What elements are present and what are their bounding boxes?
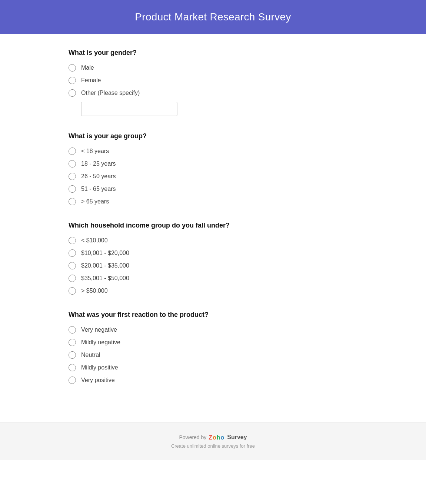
option-income-over50k: > $50,000 bbox=[69, 287, 357, 295]
survey-body: What is your gender? Male Female Other (… bbox=[46, 34, 380, 422]
footer-tagline: Create unlimited online surveys for free bbox=[7, 443, 419, 449]
radio-income-over50k[interactable] bbox=[69, 287, 76, 295]
radio-female[interactable] bbox=[69, 77, 76, 84]
option-age-51-65: 51 - 65 years bbox=[69, 185, 357, 193]
label-very-positive[interactable]: Very positive bbox=[81, 377, 115, 384]
label-income-10-20k[interactable]: $10,001 - $20,000 bbox=[81, 250, 129, 256]
radio-male[interactable] bbox=[69, 64, 76, 72]
option-male: Male bbox=[69, 64, 357, 72]
radio-income-35-50k[interactable] bbox=[69, 275, 76, 282]
label-neutral[interactable]: Neutral bbox=[81, 352, 100, 358]
footer-powered-by: Powered by Zoho Survey bbox=[7, 434, 419, 441]
radio-income-10-20k[interactable] bbox=[69, 249, 76, 257]
radio-age-51-65[interactable] bbox=[69, 185, 76, 193]
label-female[interactable]: Female bbox=[81, 77, 101, 84]
label-very-negative[interactable]: Very negative bbox=[81, 326, 117, 333]
radio-other[interactable] bbox=[69, 89, 76, 97]
question-income: Which household income group do you fall… bbox=[69, 222, 357, 295]
option-age-under18: < 18 years bbox=[69, 147, 357, 155]
radio-age-under18[interactable] bbox=[69, 147, 76, 155]
radio-income-under10k[interactable] bbox=[69, 237, 76, 244]
survey-title: Product Market Research Survey bbox=[7, 11, 419, 23]
question-income-title: Which household income group do you fall… bbox=[69, 222, 357, 229]
radio-mildly-negative[interactable] bbox=[69, 339, 76, 346]
option-income-10-20k: $10,001 - $20,000 bbox=[69, 249, 357, 257]
label-age-26-50[interactable]: 26 - 50 years bbox=[81, 173, 116, 180]
option-income-under10k: < $10,000 bbox=[69, 237, 357, 244]
label-age-51-65[interactable]: 51 - 65 years bbox=[81, 186, 116, 192]
label-income-35-50k[interactable]: $35,001 - $50,000 bbox=[81, 275, 129, 282]
zoho-o1: o bbox=[213, 434, 216, 441]
option-income-35-50k: $35,001 - $50,000 bbox=[69, 275, 357, 282]
option-age-over65: > 65 years bbox=[69, 198, 357, 205]
radio-very-positive[interactable] bbox=[69, 377, 76, 384]
radio-neutral[interactable] bbox=[69, 351, 76, 359]
label-age-under18[interactable]: < 18 years bbox=[81, 148, 109, 155]
other-specify-input[interactable] bbox=[81, 102, 177, 116]
label-mildly-negative[interactable]: Mildly negative bbox=[81, 339, 120, 346]
zoho-h: h bbox=[217, 434, 220, 441]
survey-header: Product Market Research Survey bbox=[0, 0, 426, 34]
label-income-over50k[interactable]: > $50,000 bbox=[81, 288, 108, 294]
zoho-logo: Zoho bbox=[209, 434, 224, 441]
option-mildly-negative: Mildly negative bbox=[69, 339, 357, 346]
radio-mildly-positive[interactable] bbox=[69, 364, 76, 371]
question-gender-title: What is your gender? bbox=[69, 49, 357, 57]
option-very-negative: Very negative bbox=[69, 326, 357, 334]
option-age-18-25: 18 - 25 years bbox=[69, 160, 357, 168]
option-very-positive: Very positive bbox=[69, 377, 357, 384]
label-mildly-positive[interactable]: Mildly positive bbox=[81, 364, 118, 371]
label-age-18-25[interactable]: 18 - 25 years bbox=[81, 160, 116, 167]
option-age-26-50: 26 - 50 years bbox=[69, 173, 357, 180]
powered-by-text: Powered by bbox=[179, 434, 206, 440]
radio-age-over65[interactable] bbox=[69, 198, 76, 205]
option-female: Female bbox=[69, 77, 357, 84]
survey-brand-label: Survey bbox=[227, 434, 247, 440]
label-male[interactable]: Male bbox=[81, 64, 94, 71]
question-age-title: What is your age group? bbox=[69, 132, 357, 140]
radio-income-20-35k[interactable] bbox=[69, 262, 76, 269]
radio-age-18-25[interactable] bbox=[69, 160, 76, 168]
option-mildly-positive: Mildly positive bbox=[69, 364, 357, 371]
option-other: Other (Please specify) bbox=[69, 89, 357, 97]
question-age: What is your age group? < 18 years 18 - … bbox=[69, 132, 357, 205]
zoho-o2: o bbox=[221, 434, 224, 441]
label-other[interactable]: Other (Please specify) bbox=[81, 90, 140, 96]
radio-very-negative[interactable] bbox=[69, 326, 76, 334]
question-gender: What is your gender? Male Female Other (… bbox=[69, 49, 357, 116]
label-income-20-35k[interactable]: $20,001 - $35,000 bbox=[81, 262, 129, 269]
option-neutral: Neutral bbox=[69, 351, 357, 359]
survey-footer: Powered by Zoho Survey Create unlimited … bbox=[0, 422, 426, 460]
label-income-under10k[interactable]: < $10,000 bbox=[81, 237, 108, 244]
label-age-over65[interactable]: > 65 years bbox=[81, 198, 109, 205]
question-reaction-title: What was your first reaction to the prod… bbox=[69, 311, 357, 319]
zoho-z: Z bbox=[209, 434, 212, 441]
question-reaction: What was your first reaction to the prod… bbox=[69, 311, 357, 384]
radio-age-26-50[interactable] bbox=[69, 173, 76, 180]
option-income-20-35k: $20,001 - $35,000 bbox=[69, 262, 357, 269]
